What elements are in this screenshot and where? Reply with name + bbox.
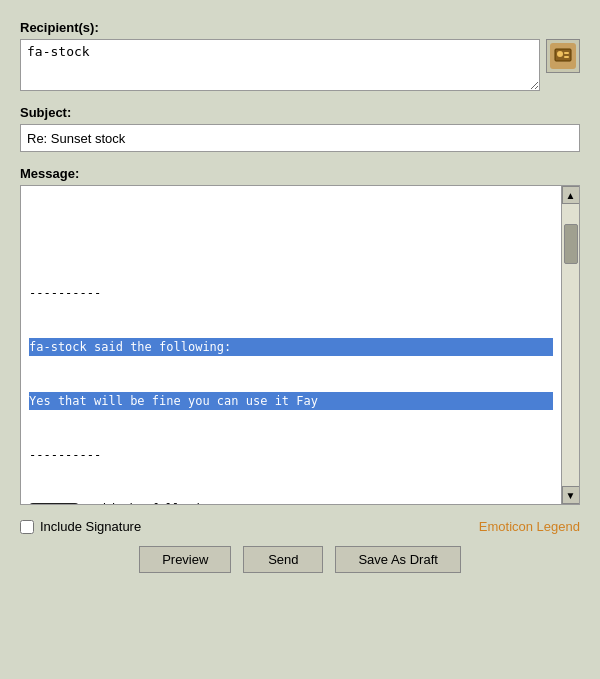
preview-button[interactable]: Preview (139, 546, 231, 573)
recipient-group: Recipient(s): (20, 20, 580, 91)
redacted-name (29, 503, 79, 505)
msg-line-2: ---------- (29, 284, 553, 302)
msg-line-3: fa-stock said the following: (29, 338, 553, 356)
emoticon-legend-link[interactable]: Emoticon Legend (479, 519, 580, 534)
subject-label: Subject: (20, 105, 580, 120)
msg-line-5: ---------- (29, 446, 553, 464)
msg-line-1 (29, 230, 553, 248)
subject-input[interactable] (20, 124, 580, 152)
msg-line-4: Yes that will be fine you can use it Fay (29, 392, 553, 410)
save-as-draft-button[interactable]: Save As Draft (335, 546, 460, 573)
message-container: ---------- fa-stock said the following: … (20, 185, 580, 505)
scroll-up-button[interactable]: ▲ (562, 186, 580, 204)
message-textarea[interactable]: ---------- fa-stock said the following: … (21, 186, 561, 504)
svg-rect-2 (564, 52, 569, 54)
scroll-thumb[interactable] (564, 224, 578, 264)
footer-row: Include Signature Emoticon Legend (20, 519, 580, 534)
signature-group: Include Signature (20, 519, 141, 534)
svg-rect-3 (564, 56, 569, 58)
recipient-row (20, 39, 580, 91)
browse-icon (550, 43, 576, 69)
recipient-browse-button[interactable] (546, 39, 580, 73)
message-label: Message: (20, 166, 580, 181)
subject-group: Subject: (20, 105, 580, 152)
recipient-input[interactable] (20, 39, 540, 91)
action-buttons-row: Preview Send Save As Draft (20, 546, 580, 573)
compose-form: Recipient(s): Subject: Message: (20, 20, 580, 573)
recipient-label: Recipient(s): (20, 20, 580, 35)
send-button[interactable]: Send (243, 546, 323, 573)
msg-line-6: said the following: (29, 500, 553, 504)
signature-label: Include Signature (40, 519, 141, 534)
svg-point-1 (557, 51, 563, 57)
message-group: Message: ---------- fa-stock said the fo… (20, 166, 580, 505)
message-scrollbar: ▲ ▼ (561, 186, 579, 504)
include-signature-checkbox[interactable] (20, 520, 34, 534)
scroll-track (562, 204, 579, 486)
scroll-down-button[interactable]: ▼ (562, 486, 580, 504)
